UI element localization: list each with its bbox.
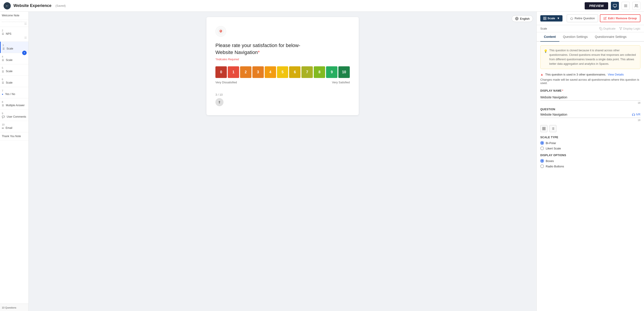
question-input[interactable] bbox=[540, 113, 632, 116]
sidebar-item-nps[interactable]: 2 ☰ NPS ☷ bbox=[0, 27, 28, 42]
display-radiobuttons-radio[interactable]: Radio Buttons bbox=[540, 164, 640, 168]
scale-labels: Very Dissatisfied Very Satisfied bbox=[216, 81, 350, 84]
survey-logo bbox=[216, 26, 226, 37]
radiobuttons-radio-indicator bbox=[540, 164, 544, 168]
sidebar-item-welcome[interactable]: Welcome Note bbox=[0, 12, 28, 20]
info-icon: 💡 bbox=[544, 49, 548, 66]
sidebar-item-scale3[interactable]: 3 ☰ Scale + bbox=[0, 42, 28, 53]
likert-label: Likert Scale bbox=[546, 147, 561, 150]
right-subbar: Scale Duplicate Display Logic bbox=[537, 25, 644, 32]
boxes-label: Boxes bbox=[546, 159, 554, 163]
question-count: 18 bbox=[540, 119, 640, 121]
language-button[interactable]: English bbox=[512, 15, 533, 22]
boxes-radio-indicator bbox=[540, 159, 544, 163]
changes-note: Changes made will be saved across all qu… bbox=[540, 78, 640, 85]
sidebar-item-email[interactable]: 10 ✉ Email bbox=[0, 121, 28, 132]
display-logic-button[interactable]: Display Logic bbox=[619, 27, 640, 30]
duplicate-button[interactable]: Duplicate bbox=[599, 27, 615, 30]
icon-row bbox=[540, 125, 640, 132]
bipolar-radio-indicator bbox=[540, 141, 544, 145]
tab-question-settings[interactable]: Question Settings bbox=[559, 32, 592, 42]
question-row: IVR bbox=[540, 113, 640, 118]
scale-box-6[interactable]: 6 bbox=[289, 66, 300, 78]
svg-rect-0 bbox=[613, 4, 617, 7]
main-layout: Welcome Note ☷ 2 ☰ NPS ☷ 3 ☰ Scale + 4 bbox=[0, 12, 644, 311]
sidebar-item-thankyou[interactable]: Thank You Note bbox=[0, 132, 28, 141]
svg-rect-15 bbox=[544, 127, 545, 128]
display-name-input[interactable] bbox=[540, 94, 640, 101]
scale-box-8[interactable]: 8 bbox=[314, 66, 325, 78]
sidebar-item-yesno[interactable]: 7 ● Yes / No bbox=[0, 87, 28, 99]
scale-bipolar-radio[interactable]: Bi-Polar bbox=[540, 141, 640, 145]
scale-row: 012345678910 bbox=[216, 66, 350, 78]
warning-icon: ▲ bbox=[540, 73, 544, 76]
scale-box-9[interactable]: 9 bbox=[326, 66, 338, 78]
question-prefix: Please rate your satisfaction for below-… bbox=[216, 42, 350, 56]
retire-question-button[interactable]: Retire Question bbox=[567, 14, 598, 22]
edit-remove-group-button[interactable]: Edit / Remove Group bbox=[600, 14, 640, 22]
svg-rect-10 bbox=[545, 19, 546, 20]
bipolar-label: Bi-Polar bbox=[546, 141, 556, 145]
display-boxes-radio[interactable]: Boxes bbox=[540, 159, 640, 163]
scale-type-label: SCALE TYPE bbox=[540, 136, 640, 139]
scale-box-0[interactable]: 0 bbox=[216, 66, 227, 78]
desktop-view-button[interactable] bbox=[611, 2, 619, 10]
tabs: Content Question Settings Questionnaire … bbox=[537, 32, 644, 42]
sidebar-item-section1[interactable]: ☷ bbox=[0, 20, 28, 27]
grid-icon-button[interactable] bbox=[540, 125, 548, 132]
sidebar-item-scale6[interactable]: 6 ☰ Scale bbox=[0, 76, 28, 87]
svg-rect-7 bbox=[544, 17, 544, 18]
radiobuttons-label: Radio Buttons bbox=[546, 165, 564, 168]
svg-rect-12 bbox=[600, 28, 602, 30]
prev-button[interactable]: ⇧ bbox=[216, 98, 224, 106]
scale-box-4[interactable]: 4 bbox=[265, 66, 276, 78]
svg-rect-17 bbox=[544, 129, 545, 130]
likert-radio-indicator bbox=[540, 147, 544, 150]
svg-rect-14 bbox=[542, 127, 544, 128]
users-button[interactable] bbox=[632, 2, 640, 10]
right-top-bar: Scale ▼ Retire Question Edit / Remove Gr… bbox=[537, 12, 644, 25]
warning-row: ▲ This question is used in 3 other quest… bbox=[540, 73, 640, 76]
tab-questionnaire-settings[interactable]: Questionnaire Settings bbox=[591, 32, 630, 42]
info-box: 💡 This question is cloned because it is … bbox=[540, 45, 640, 69]
add-item-button[interactable]: + bbox=[22, 51, 27, 55]
right-panel: Scale ▼ Retire Question Edit / Remove Gr… bbox=[536, 12, 644, 311]
display-name-label: DISPLAY NAME* bbox=[540, 89, 640, 92]
ivr-button[interactable]: IVR bbox=[632, 113, 640, 116]
right-content: 💡 This question is cloned because it is … bbox=[537, 42, 644, 311]
sidebar: Welcome Note ☷ 2 ☰ NPS ☷ 3 ☰ Scale + 4 bbox=[0, 12, 29, 311]
back-button[interactable]: ← bbox=[4, 2, 11, 10]
view-details-link[interactable]: View Details bbox=[608, 73, 624, 76]
display-options-label: DISPLAY OPTIONS bbox=[540, 154, 640, 157]
scale-box-2[interactable]: 2 bbox=[240, 66, 252, 78]
scale-box-3[interactable]: 3 bbox=[252, 66, 264, 78]
question-label: QUESTION bbox=[540, 108, 640, 111]
sidebar-item-multianswer[interactable]: 8 ☰ Multiple Answer bbox=[0, 98, 28, 110]
scale-box-5[interactable]: 5 bbox=[277, 66, 288, 78]
preview-button[interactable]: PREVIEW bbox=[585, 2, 608, 10]
scale-badge: Scale ▼ bbox=[540, 15, 562, 22]
scale-box-10[interactable]: 10 bbox=[338, 66, 350, 78]
preview-area: English Please rate your satisfaction fo… bbox=[29, 12, 536, 311]
list-icon-button[interactable] bbox=[549, 125, 556, 132]
sidebar-item-scale5[interactable]: 5 ☰ Scale bbox=[0, 64, 28, 76]
tab-content[interactable]: Content bbox=[540, 32, 559, 42]
scale-box-7[interactable]: 7 bbox=[302, 66, 313, 78]
scale-likert-radio[interactable]: Likert Scale bbox=[540, 147, 640, 150]
display-name-count: 18 bbox=[540, 102, 640, 104]
required-note: *Indicates Required bbox=[216, 58, 350, 61]
svg-rect-9 bbox=[544, 19, 544, 20]
topbar: ← Website Experience (Saved) PREVIEW bbox=[0, 0, 644, 12]
survey-title: Website Experience bbox=[14, 3, 52, 8]
svg-point-4 bbox=[635, 4, 636, 6]
sidebar-item-usercomments[interactable]: 9 💬 User Comments bbox=[0, 110, 28, 121]
menu-button[interactable] bbox=[622, 2, 630, 10]
scale-box-1[interactable]: 1 bbox=[228, 66, 239, 78]
saved-badge: (Saved) bbox=[56, 4, 66, 8]
svg-rect-16 bbox=[542, 129, 544, 130]
svg-marker-13 bbox=[619, 27, 622, 30]
progress-text: 3 / 10 bbox=[216, 93, 350, 96]
right-actions: Retire Question Edit / Remove Group bbox=[567, 14, 640, 22]
svg-rect-8 bbox=[545, 17, 546, 18]
survey-card: Please rate your satisfaction for below-… bbox=[206, 17, 359, 115]
